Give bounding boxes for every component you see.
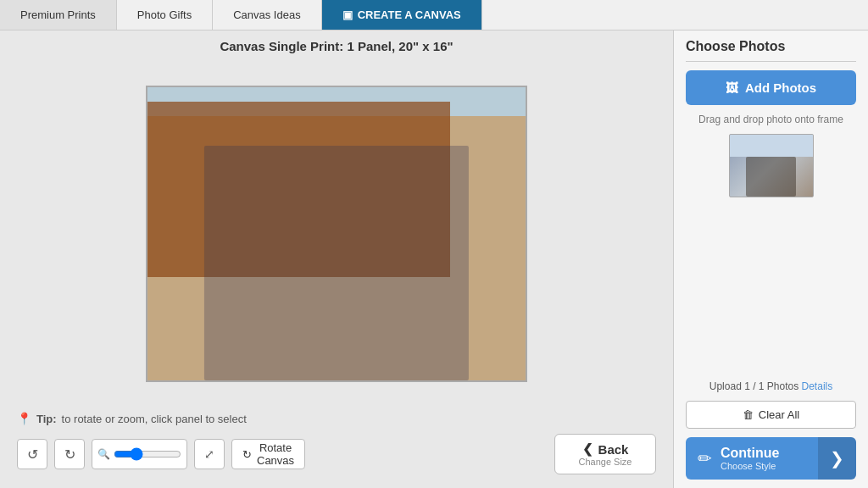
nav-item-premium-prints[interactable]: Premium Prints — [0, 0, 117, 30]
main-layout: Canvas Single Print: 1 Panel, 20" x 16" … — [0, 30, 868, 488]
continue-text-wrap: Continue Choose Style — [721, 446, 779, 471]
nav-item-photo-gifts[interactable]: Photo Gifts — [117, 0, 213, 30]
drag-drop-text: Drag and drop photo onto frame — [686, 114, 856, 125]
continue-arrow-icon: ❯ — [818, 437, 856, 480]
tip-label: Tip: — [36, 413, 57, 425]
expand-button[interactable]: ⤢ — [194, 439, 225, 469]
nav-label-premium-prints: Premium Prints — [20, 8, 96, 21]
canvas-title: Canvas Single Print: 1 Panel, 20" x 16" — [17, 39, 656, 53]
rotate-canvas-button[interactable]: ↻ RotateCanvas — [231, 439, 305, 469]
rotate-icon: ↻ — [242, 448, 252, 461]
zoom-out-icon: 🔍 — [97, 448, 110, 460]
photo-people-silhouette — [204, 146, 469, 380]
choose-photos-title: Choose Photos — [686, 39, 856, 62]
continue-button-left: ✏ Continue Choose Style — [686, 437, 791, 480]
back-button-content: ❮ Back — [582, 441, 629, 457]
photo-thumbnail-wrap — [686, 134, 856, 197]
zoom-slider[interactable] — [114, 447, 181, 461]
back-label: Back — [598, 442, 629, 457]
clear-all-button[interactable]: 🗑 Clear All — [686, 401, 856, 429]
nav-label-photo-gifts: Photo Gifts — [137, 8, 192, 21]
rotate-canvas-label: RotateCanvas — [257, 441, 294, 467]
canvas-frame[interactable] — [146, 86, 527, 382]
continue-main-label: Continue — [721, 446, 779, 461]
location-pin-icon: 📍 — [17, 412, 31, 425]
add-photos-icon: 🖼 — [726, 80, 738, 95]
back-button[interactable]: ❮ Back Change Size — [554, 434, 656, 474]
canvas-title-detail: 1 Panel, 20" x 16" — [347, 39, 453, 53]
thumb-sky — [730, 135, 813, 157]
continue-sub-label: Choose Style — [721, 461, 776, 471]
thumb-people — [746, 157, 796, 197]
add-photos-label: Add Photos — [745, 80, 816, 95]
canvas-nav-icon: ▣ — [342, 8, 353, 21]
photo-thumbnail[interactable] — [729, 134, 814, 197]
bottom-toolbar: ↺ ↻ 🔍 ⤢ ↻ RotateCanvas ❮ Back Change Siz… — [17, 429, 656, 480]
nav-bar: Premium Prints Photo Gifts Canvas Ideas … — [0, 0, 868, 30]
canvas-photo — [147, 87, 526, 380]
clear-all-label: Clear All — [759, 408, 799, 421]
upload-info: Upload 1 / 1 Photos Details — [686, 380, 856, 392]
nav-label-create-canvas: CREATE A CANVAS — [358, 8, 461, 21]
right-panel: Choose Photos 🖼 Add Photos Drag and drop… — [673, 30, 868, 488]
canvas-title-prefix: Canvas Single Print: — [220, 39, 343, 53]
nav-item-canvas-ideas[interactable]: Canvas Ideas — [213, 0, 322, 30]
canvas-frame-area — [17, 62, 656, 405]
continue-icon: ✏ — [698, 448, 712, 469]
undo-button[interactable]: ↺ — [17, 439, 47, 469]
tip-bar: 📍 Tip: to rotate or zoom, click panel to… — [17, 408, 656, 429]
details-link[interactable]: Details — [802, 380, 833, 392]
left-panel: Canvas Single Print: 1 Panel, 20" x 16" … — [0, 30, 673, 488]
back-sublabel: Change Size — [579, 457, 632, 467]
zoom-slider-container: 🔍 — [92, 439, 187, 469]
upload-count-text: Upload 1 / 1 Photos — [709, 380, 798, 392]
trash-icon: 🗑 — [743, 408, 754, 421]
redo-button[interactable]: ↻ — [54, 439, 85, 469]
back-arrow-icon: ❮ — [582, 441, 593, 457]
tip-text: to rotate or zoom, click panel to select — [62, 413, 247, 425]
continue-button[interactable]: ✏ Continue Choose Style ❯ — [686, 437, 856, 480]
add-photos-button[interactable]: 🖼 Add Photos — [686, 70, 856, 105]
nav-label-canvas-ideas: Canvas Ideas — [233, 8, 301, 21]
nav-item-create-canvas[interactable]: ▣ CREATE A CANVAS — [322, 0, 482, 30]
